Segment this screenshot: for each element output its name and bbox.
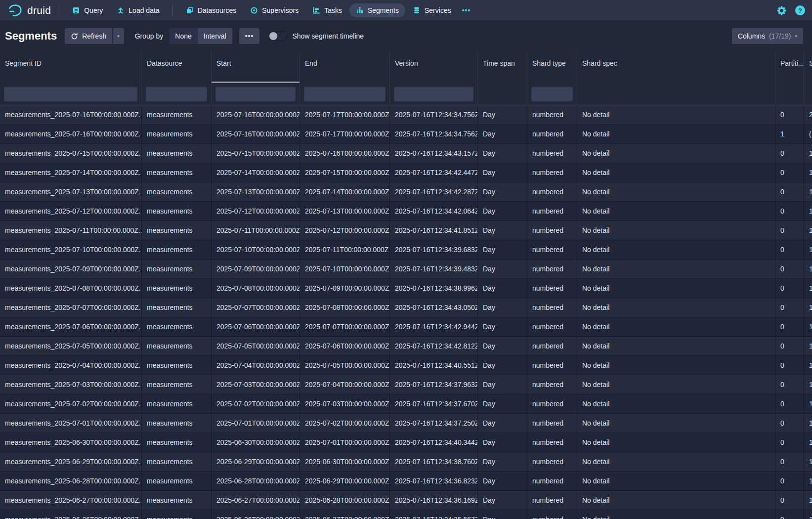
column-header-size[interactable]: S bbox=[804, 51, 812, 83]
cell-version[interactable]: 2025-07-16T12:34:42.287Z bbox=[390, 182, 478, 201]
cell-time_span[interactable]: Day bbox=[478, 394, 527, 413]
cell-start[interactable]: 2025-07-16T00:00:00.000Z bbox=[212, 125, 300, 143]
cell-shard_type[interactable]: numbered bbox=[527, 298, 577, 317]
cell-start[interactable]: 2025-06-26T00:00:00.000Z bbox=[212, 510, 300, 519]
cell-start[interactable]: 2025-07-03T00:00:00.000Z bbox=[212, 375, 300, 394]
cell-size[interactable]: 1 bbox=[804, 414, 812, 432]
group-by-interval-button[interactable]: Interval bbox=[198, 28, 232, 44]
cell-shard_type[interactable]: numbered bbox=[527, 472, 577, 490]
cell-start[interactable]: 2025-07-14T00:00:00.000Z bbox=[212, 163, 300, 182]
cell-segment_id[interactable]: measurements_2025-07-02T00:00:00.000Z... bbox=[0, 394, 142, 413]
cell-end[interactable]: 2025-07-02T00:00:00.000Z bbox=[300, 414, 390, 432]
columns-button[interactable]: Columns (17/19) ▾ bbox=[732, 28, 803, 44]
cell-time_span[interactable]: Day bbox=[478, 163, 527, 182]
cell-time_span[interactable]: Day bbox=[478, 433, 527, 452]
cell-segment_id[interactable]: measurements_2025-07-06T00:00:00.000Z... bbox=[0, 317, 142, 336]
cell-start[interactable]: 2025-07-06T00:00:00.000Z bbox=[212, 317, 300, 336]
cell-partition[interactable]: 0 bbox=[775, 298, 804, 317]
cell-start[interactable]: 2025-07-02T00:00:00.000Z bbox=[212, 394, 300, 413]
cell-shard_spec[interactable]: No detail bbox=[577, 144, 775, 163]
cell-segment_id[interactable]: measurements_2025-07-11T00:00:00.000Z... bbox=[0, 221, 142, 240]
cell-time_span[interactable]: Day bbox=[478, 279, 527, 298]
cell-segment_id[interactable]: measurements_2025-07-05T00:00:00.000Z... bbox=[0, 337, 142, 355]
column-header-time_span[interactable]: Time span bbox=[478, 51, 527, 83]
cell-time_span[interactable]: Day bbox=[478, 221, 527, 240]
segment-timeline-toggle[interactable] bbox=[268, 31, 287, 41]
nav-item-tasks[interactable]: Tasks bbox=[306, 3, 348, 17]
gear-icon[interactable] bbox=[777, 6, 786, 15]
cell-shard_spec[interactable]: No detail bbox=[577, 337, 775, 355]
cell-version[interactable]: 2025-07-16T12:34:41.851Z bbox=[390, 221, 478, 240]
cell-segment_id[interactable]: measurements_2025-07-14T00:00:00.000Z... bbox=[0, 163, 142, 182]
cell-shard_type[interactable]: numbered bbox=[527, 375, 577, 394]
cell-shard_spec[interactable]: No detail bbox=[577, 202, 775, 220]
cell-shard_spec[interactable]: No detail bbox=[577, 163, 775, 182]
cell-shard_type[interactable]: numbered bbox=[527, 163, 577, 182]
cell-size[interactable]: 1 bbox=[804, 182, 812, 201]
cell-shard_type[interactable]: numbered bbox=[527, 491, 577, 510]
toolbar-more-button[interactable]: ••• bbox=[239, 28, 260, 44]
cell-version[interactable]: 2025-07-16T12:34:40.551Z bbox=[390, 356, 478, 375]
nav-item-load-data[interactable]: Load data bbox=[110, 3, 166, 17]
cell-start[interactable]: 2025-07-15T00:00:00.000Z bbox=[212, 144, 300, 163]
cell-segment_id[interactable]: measurements_2025-07-09T00:00:00.000Z... bbox=[0, 260, 142, 278]
cell-segment_id[interactable]: measurements_2025-07-03T00:00:00.000Z... bbox=[0, 375, 142, 394]
cell-start[interactable]: 2025-07-11T00:00:00.000Z bbox=[212, 221, 300, 240]
cell-datasource[interactable]: measurements bbox=[142, 317, 212, 336]
cell-version[interactable]: 2025-07-16T12:34:40.344Z bbox=[390, 433, 478, 452]
cell-size[interactable]: 1 bbox=[804, 356, 812, 375]
cell-shard_spec[interactable]: No detail bbox=[577, 260, 775, 278]
column-header-shard_type[interactable]: Shard type bbox=[527, 51, 577, 83]
cell-segment_id[interactable]: measurements_2025-06-27T00:00:00.000Z... bbox=[0, 491, 142, 510]
cell-time_span[interactable]: Day bbox=[478, 125, 527, 143]
cell-end[interactable]: 2025-07-04T00:00:00.000Z bbox=[300, 375, 390, 394]
cell-segment_id[interactable]: measurements_2025-07-10T00:00:00.000Z... bbox=[0, 240, 142, 259]
cell-partition[interactable]: 0 bbox=[775, 279, 804, 298]
cell-version[interactable]: 2025-07-16T12:34:43.050Z bbox=[390, 298, 478, 317]
cell-partition[interactable]: 0 bbox=[775, 433, 804, 452]
cell-size[interactable]: 1 bbox=[804, 337, 812, 355]
filter-input-version[interactable] bbox=[394, 86, 473, 101]
cell-datasource[interactable]: measurements bbox=[142, 433, 212, 452]
cell-version[interactable]: 2025-07-16T12:34:42.812Z bbox=[390, 337, 478, 355]
cell-version[interactable]: 2025-07-16T12:34:38.996Z bbox=[390, 279, 478, 298]
cell-segment_id[interactable]: measurements_2025-07-04T00:00:00.000Z... bbox=[0, 356, 142, 375]
cell-start[interactable]: 2025-07-04T00:00:00.000Z bbox=[212, 356, 300, 375]
cell-size[interactable]: 1 bbox=[804, 394, 812, 413]
cell-end[interactable]: 2025-07-09T00:00:00.000Z bbox=[300, 279, 390, 298]
cell-end[interactable]: 2025-07-16T00:00:00.000Z bbox=[300, 144, 390, 163]
cell-shard_type[interactable]: numbered bbox=[527, 414, 577, 432]
cell-time_span[interactable]: Day bbox=[478, 491, 527, 510]
cell-partition[interactable]: 0 bbox=[775, 472, 804, 490]
cell-size[interactable]: 1 bbox=[804, 472, 812, 490]
cell-time_span[interactable]: Day bbox=[478, 182, 527, 201]
cell-size[interactable]: 1 bbox=[804, 452, 812, 471]
cell-partition[interactable]: 0 bbox=[775, 452, 804, 471]
cell-shard_spec[interactable]: No detail bbox=[577, 221, 775, 240]
cell-segment_id[interactable]: measurements_2025-06-28T00:00:00.000Z... bbox=[0, 472, 142, 490]
druid-logo[interactable]: druid bbox=[6, 3, 53, 18]
cell-start[interactable]: 2025-07-13T00:00:00.000Z bbox=[212, 182, 300, 201]
cell-shard_type[interactable]: numbered bbox=[527, 105, 577, 124]
cell-datasource[interactable]: measurements bbox=[142, 491, 212, 510]
cell-datasource[interactable]: measurements bbox=[142, 472, 212, 490]
cell-partition[interactable]: 0 bbox=[775, 375, 804, 394]
cell-start[interactable]: 2025-07-08T00:00:00.000Z bbox=[212, 279, 300, 298]
cell-start[interactable]: 2025-06-27T00:00:00.000Z bbox=[212, 491, 300, 510]
cell-shard_spec[interactable]: No detail bbox=[577, 452, 775, 471]
cell-datasource[interactable]: measurements bbox=[142, 260, 212, 278]
cell-time_span[interactable]: Day bbox=[478, 105, 527, 124]
cell-segment_id[interactable]: measurements_2025-07-01T00:00:00.000Z... bbox=[0, 414, 142, 432]
cell-datasource[interactable]: measurements bbox=[142, 105, 212, 124]
cell-end[interactable]: 2025-07-01T00:00:00.000Z bbox=[300, 433, 390, 452]
cell-version[interactable]: 2025-07-16T12:34:37.250Z bbox=[390, 414, 478, 432]
cell-time_span[interactable]: Day bbox=[478, 414, 527, 432]
cell-time_span[interactable]: Day bbox=[478, 337, 527, 355]
cell-start[interactable]: 2025-07-10T00:00:00.000Z bbox=[212, 240, 300, 259]
cell-datasource[interactable]: measurements bbox=[142, 452, 212, 471]
cell-start[interactable]: 2025-07-16T00:00:00.000Z bbox=[212, 105, 300, 124]
cell-datasource[interactable]: measurements bbox=[142, 356, 212, 375]
cell-partition[interactable]: 0 bbox=[775, 510, 804, 519]
cell-shard_spec[interactable]: No detail bbox=[577, 356, 775, 375]
column-header-version[interactable]: Version bbox=[390, 51, 478, 83]
